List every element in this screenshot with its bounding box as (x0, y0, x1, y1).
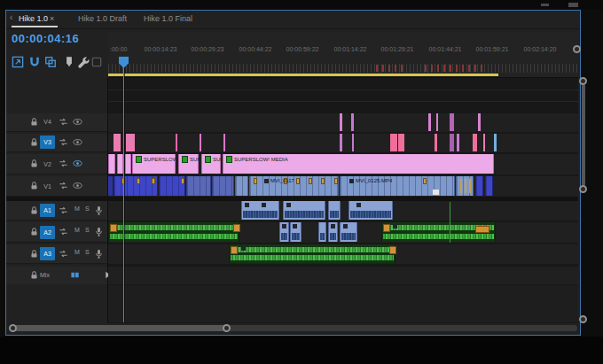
sync-lock-icon[interactable] (59, 249, 68, 259)
video-clip[interactable] (176, 134, 177, 151)
lock-icon[interactable] (29, 270, 39, 280)
toggle-output-eye-icon[interactable] (73, 159, 82, 168)
track-target-v3[interactable]: V3 (40, 136, 55, 149)
work-area-bar[interactable] (108, 74, 498, 76)
scroll-handle-icon[interactable] (579, 315, 587, 323)
video-clip[interactable] (398, 134, 404, 151)
video-clip[interactable] (340, 113, 342, 131)
video-clip[interactable] (478, 113, 481, 131)
audio-clip[interactable] (290, 222, 302, 242)
audio-clip[interactable] (283, 201, 325, 220)
track-lane-mix[interactable] (108, 267, 578, 284)
video-clip[interactable]: SUP (178, 154, 199, 174)
lock-icon[interactable] (29, 117, 39, 127)
video-clip[interactable] (125, 154, 131, 174)
video-clip[interactable] (351, 113, 354, 131)
toggle-output-eye-icon[interactable] (73, 181, 82, 190)
video-clip[interactable] (114, 176, 158, 196)
audio-clip[interactable] (279, 222, 289, 242)
scroll-handle-icon[interactable] (579, 77, 587, 85)
video-clip[interactable] (390, 134, 397, 151)
audio-clip[interactable] (318, 222, 326, 242)
sync-lock-icon[interactable] (59, 137, 68, 147)
lock-icon[interactable] (29, 159, 39, 168)
solo-button[interactable]: S (85, 205, 90, 212)
horizontal-scrollbar-thumb[interactable] (12, 325, 230, 331)
video-clip[interactable]: SUP (201, 154, 221, 174)
video-clip[interactable]: MVI_0125.MP4 (340, 176, 455, 196)
add-marker-icon[interactable] (63, 56, 75, 68)
linked-selection-icon[interactable] (44, 56, 57, 68)
track-lane-v2[interactable]: SUPERSLOW!SUPSUPSUPERSLOW! MEDIA (108, 154, 578, 174)
video-clip[interactable] (117, 154, 123, 174)
zoom-handle-icon[interactable] (9, 324, 17, 332)
audio-clip[interactable] (348, 201, 393, 220)
sync-lock-icon[interactable] (59, 227, 68, 236)
video-clip[interactable] (212, 176, 234, 196)
lock-icon[interactable] (29, 205, 39, 215)
video-clip[interactable] (108, 154, 115, 174)
mute-button[interactable]: M (74, 227, 80, 233)
video-clip[interactable] (450, 134, 454, 151)
solo-button[interactable]: S (85, 227, 90, 233)
mute-button[interactable]: M (74, 249, 80, 255)
audio-clip[interactable] (328, 201, 341, 220)
sync-lock-icon[interactable] (59, 181, 68, 190)
video-clip[interactable] (159, 176, 185, 196)
tab-hike-1-0[interactable]: Hike 1.0 (19, 14, 48, 23)
track-lane-v4[interactable] (108, 113, 578, 132)
audio-clip[interactable] (381, 222, 496, 242)
lock-icon[interactable] (29, 137, 39, 147)
zoom-handle-icon[interactable] (573, 45, 581, 53)
track-lane-a1[interactable] (108, 201, 578, 221)
video-clip[interactable] (494, 134, 497, 151)
timeline-settings-wrench-icon[interactable] (77, 56, 90, 68)
zoom-handle-icon[interactable] (223, 324, 231, 332)
audio-clip[interactable] (229, 244, 395, 263)
audio-clip[interactable] (328, 222, 338, 242)
mix-keyframes-icon[interactable] (70, 270, 80, 280)
track-lane-v1[interactable]: MVI_0117MVI_0125.MP4 (108, 176, 578, 197)
video-clip[interactable] (235, 176, 248, 196)
voiceover-mic-icon[interactable] (94, 227, 104, 236)
tab-overflow-chevron[interactable]: ‹ (10, 12, 12, 22)
tab-hike-1-0-final[interactable]: Hike 1.0 Final (144, 14, 192, 23)
sync-lock-icon[interactable] (59, 205, 68, 215)
audio-clip[interactable] (241, 201, 279, 220)
video-clip[interactable]: SUPERSLOW! (132, 154, 176, 174)
solo-button[interactable]: S (85, 249, 90, 255)
snap-magnet-icon[interactable] (28, 56, 41, 68)
lock-icon[interactable] (29, 227, 39, 236)
track-lane-a3[interactable] (108, 244, 578, 264)
sync-lock-icon[interactable] (59, 117, 68, 127)
video-clip[interactable] (483, 134, 485, 151)
audio-clip[interactable] (340, 222, 357, 242)
video-clip[interactable] (108, 176, 113, 196)
track-target-a3[interactable]: A3 (40, 247, 55, 260)
track-target-a2[interactable]: A2 (40, 226, 55, 239)
video-clip[interactable] (114, 134, 121, 151)
video-clip[interactable] (428, 113, 431, 131)
video-clip[interactable] (435, 134, 437, 151)
nest-sequence-icon[interactable] (12, 56, 24, 68)
tab-close-icon[interactable]: × (50, 14, 54, 23)
track-target-v4[interactable]: V4 (40, 115, 55, 128)
video-clip[interactable]: MVI_0117 (249, 176, 339, 196)
track-target-a1[interactable]: A1 (40, 204, 55, 217)
video-clip[interactable] (200, 134, 201, 151)
transition-handle[interactable] (433, 190, 439, 195)
video-clip[interactable] (457, 134, 459, 151)
video-clip[interactable] (473, 134, 477, 151)
voiceover-mic-icon[interactable] (94, 249, 104, 259)
video-clip[interactable] (475, 176, 483, 196)
video-clip[interactable] (223, 134, 225, 151)
video-clip[interactable] (485, 176, 493, 196)
playhead-line[interactable] (123, 57, 124, 322)
video-clip[interactable] (456, 176, 474, 196)
lock-icon[interactable] (29, 181, 39, 190)
video-clip[interactable] (436, 113, 438, 131)
video-clip[interactable]: SUPERSLOW! MEDIA (223, 154, 494, 174)
mute-button[interactable]: M (74, 205, 80, 212)
track-lane-a2[interactable] (108, 222, 578, 243)
voiceover-mic-icon[interactable] (94, 205, 104, 215)
